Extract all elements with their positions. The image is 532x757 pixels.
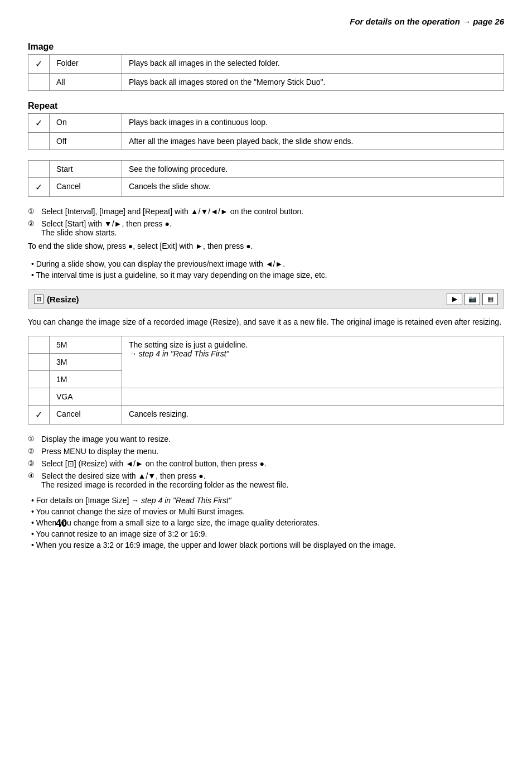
label-cell: Off	[50, 133, 122, 150]
check-cell	[28, 336, 50, 354]
checkmark: ✓	[35, 410, 42, 420]
repeat-section: Repeat ✓OnPlays back images in a continu…	[28, 101, 504, 150]
bullet-item: • When you change from a small size to a…	[28, 518, 504, 527]
check-cell	[28, 388, 50, 406]
instruction-text: Select the desired size with ▲/▼, then p…	[41, 471, 289, 489]
instruction-item: ③Select [⊡] (Resize) with ◄/► on the con…	[28, 459, 504, 468]
checkmark: ✓	[35, 182, 42, 192]
checkmark: ✓	[35, 59, 42, 69]
check-cell	[28, 354, 50, 371]
grid-icon-box: ▦	[482, 293, 498, 305]
table-row: ✓CancelCancels the slide show.	[28, 178, 504, 197]
instruction-number: ②	[28, 219, 38, 228]
instruction-item: ②Press MENU to display the menu.	[28, 447, 504, 456]
desc-cell: Cancels the slide show.	[122, 178, 504, 197]
bullet-item: • During a slide show, you can display t…	[28, 259, 504, 268]
camera-icon-box: 📷	[465, 293, 480, 305]
table-row: ✓CancelCancels resizing.	[28, 406, 504, 425]
end-instruction: To end the slide show, press ●, select […	[28, 242, 504, 250]
check-cell	[28, 133, 50, 150]
resize-bullets: • For details on [Image Size] → step 4 i…	[28, 496, 504, 549]
check-cell	[28, 371, 50, 388]
instruction-number: ①	[28, 435, 38, 443]
instruction-item: ①Select [Interval], [Image] and [Repeat]…	[28, 207, 504, 216]
instruction-text: Select [⊡] (Resize) with ◄/► on the cont…	[41, 459, 267, 468]
slideshow-instructions: ①Select [Interval], [Image] and [Repeat]…	[28, 207, 504, 250]
resize-icon: ⊡	[34, 295, 43, 304]
resize-description: You can change the image size of a recor…	[28, 316, 504, 328]
label-cell: 1M	[50, 371, 122, 388]
instruction-item: ④Select the desired size with ▲/▼, then …	[28, 471, 504, 489]
label-cell: All	[50, 74, 122, 91]
desc-cell	[122, 388, 504, 406]
image-section: Image ✓FolderPlays back all images in th…	[28, 42, 504, 91]
bullet-item: • For details on [Image Size] → step 4 i…	[28, 496, 504, 505]
table-row: VGA	[28, 388, 504, 406]
resize-header-label: (Resize)	[47, 295, 79, 304]
slideshow-bullets: • During a slide show, you can display t…	[28, 259, 504, 279]
instruction-number: ①	[28, 207, 38, 215]
repeat-section-title: Repeat	[28, 101, 504, 111]
check-cell: ✓	[28, 114, 50, 133]
instruction-text: Press MENU to display the menu.	[41, 447, 158, 456]
label-cell: On	[50, 114, 122, 133]
instruction-number: ④	[28, 471, 38, 480]
resize-section-header: ⊡ (Resize) ▶ 📷 ▦	[28, 290, 504, 308]
image-section-title: Image	[28, 42, 504, 52]
check-cell: ✓	[28, 406, 50, 425]
check-cell: ✓	[28, 178, 50, 197]
instruction-text: Select [Interval], [Image] and [Repeat] …	[41, 207, 303, 216]
label-cell: Cancel	[50, 178, 122, 197]
page-number: 40	[56, 518, 67, 529]
desc-cell: Plays back images in a continuous loop.	[122, 114, 504, 133]
table-row: 5MThe setting size is just a guideline.→…	[28, 336, 504, 354]
image-table: ✓FolderPlays back all images in the sele…	[28, 54, 504, 91]
desc-cell: Plays back all images stored on the "Mem…	[122, 74, 504, 91]
table-row: OffAfter all the images have been played…	[28, 133, 504, 150]
instruction-item: ①Display the image you want to resize.	[28, 435, 504, 443]
bullet-item: • The interval time is just a guideline,…	[28, 271, 504, 279]
resize-instructions: ①Display the image you want to resize.②P…	[28, 435, 504, 489]
table-row: ✓OnPlays back images in a continuous loo…	[28, 114, 504, 133]
label-cell: Cancel	[50, 406, 122, 425]
bullet-item: • When you resize a 3:2 or 16:9 image, t…	[28, 541, 504, 549]
table-row: StartSee the following procedure.	[28, 161, 504, 178]
label-cell: 3M	[50, 354, 122, 371]
table-row: AllPlays back all images stored on the "…	[28, 74, 504, 91]
table-row: ✓FolderPlays back all images in the sele…	[28, 55, 504, 74]
check-cell	[28, 161, 50, 178]
instruction-number: ③	[28, 459, 38, 467]
play-icon-box: ▶	[447, 293, 462, 305]
desc-cell: After all the images have been played ba…	[122, 133, 504, 150]
desc-cell: Plays back all images in the selected fo…	[122, 55, 504, 74]
label-cell: 5M	[50, 336, 122, 354]
repeat-table: ✓OnPlays back images in a continuous loo…	[28, 113, 504, 150]
label-cell: Start	[50, 161, 122, 178]
instruction-text: Select [Start] with ▼/►, then press ●.Th…	[41, 219, 172, 237]
checkmark: ✓	[35, 118, 42, 128]
instruction-item: ②Select [Start] with ▼/►, then press ●.T…	[28, 219, 504, 237]
desc-cell: See the following procedure.	[122, 161, 504, 178]
instruction-text: Display the image you want to resize.	[41, 435, 171, 443]
check-cell: ✓	[28, 55, 50, 74]
label-cell: Folder	[50, 55, 122, 74]
resize-table: 5MThe setting size is just a guideline.→…	[28, 336, 504, 425]
label-cell: VGA	[50, 388, 122, 406]
check-cell	[28, 74, 50, 91]
desc-cell: The setting size is just a guideline.→ s…	[122, 336, 504, 388]
resize-header-left: ⊡ (Resize)	[34, 295, 79, 304]
header-text: For details on the operation → page 26	[28, 17, 504, 26]
desc-cell: Cancels resizing.	[122, 406, 504, 425]
bullet-item: • You cannot change the size of movies o…	[28, 507, 504, 516]
extra-table: StartSee the following procedure.✓Cancel…	[28, 160, 504, 197]
resize-header-right: ▶ 📷 ▦	[447, 293, 498, 305]
bullet-item: • You cannot resize to an image size of …	[28, 529, 504, 538]
instruction-number: ②	[28, 447, 38, 455]
